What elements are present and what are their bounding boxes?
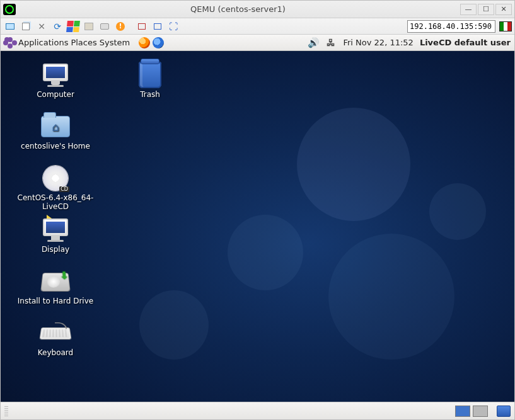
fullscreen-icon[interactable]: ⛶ <box>166 20 180 33</box>
home-folder-icon: ⌂ <box>40 113 71 140</box>
tools-icon[interactable]: ✕ <box>35 20 49 33</box>
menu-system[interactable]: System <box>100 38 130 47</box>
gnome-bottom-panel <box>1 402 514 419</box>
cd-icon <box>40 164 71 192</box>
distro-icon[interactable] <box>4 37 16 48</box>
menu-applications[interactable]: Applications <box>18 38 68 47</box>
qemu-toolbar: ✕ ⟳ ! ⛶ <box>1 18 514 35</box>
qemu-window: QEMU (centos-server1) — ☐ ✕ ✕ ⟳ ! ⛶ Appl… <box>0 0 515 420</box>
menu-places[interactable]: Places <box>71 38 96 47</box>
icon-label: centoslive's Home <box>21 142 90 151</box>
thunderbird-icon[interactable] <box>153 37 164 48</box>
keyboard-icon <box>40 319 71 347</box>
maximize-button[interactable]: ☐ <box>478 4 494 15</box>
desktop[interactable]: Computer Trash ⌂ centoslive's Home CentO… <box>1 51 514 402</box>
save-icon[interactable] <box>82 20 96 33</box>
icon-label: Computer <box>37 91 74 99</box>
display-icon <box>40 216 71 244</box>
trash-icon <box>135 61 165 89</box>
user-menu[interactable]: LiveCD default user <box>420 38 511 47</box>
panel-handle[interactable] <box>4 406 8 416</box>
desktop-icon-install[interactable]: ⬇ Install to Hard Drive <box>8 265 103 317</box>
desktop-icon-keyboard[interactable]: Keyboard <box>8 317 103 368</box>
minimize-button[interactable]: — <box>460 4 477 15</box>
window-controls: — ☐ ✕ <box>460 4 512 15</box>
install-hdd-icon: ⬇ <box>40 268 71 295</box>
icon-label: CentOS-6.4-x86_64-LiveCD <box>8 194 103 212</box>
workspace-1[interactable] <box>455 406 470 417</box>
desktop-icon-display[interactable]: Display <box>8 213 103 265</box>
wallpaper-decoration <box>228 215 303 290</box>
refresh-icon[interactable]: ⟳ <box>50 20 64 33</box>
workspace-2[interactable] <box>473 406 488 417</box>
address-input[interactable] <box>407 20 495 33</box>
gnome-top-panel: Applications Places System 🔊 🖧 Fri Nov 2… <box>1 35 514 51</box>
locale-flag-icon[interactable] <box>499 21 512 31</box>
desktop-icon-livecd[interactable]: CentOS-6.4-x86_64-LiveCD <box>8 162 103 213</box>
warning-icon[interactable]: ! <box>113 20 127 33</box>
window-title: QEMU (centos-server1) <box>20 4 456 14</box>
desktop-icon-trash[interactable]: Trash <box>103 59 197 110</box>
icon-label: Keyboard <box>38 349 73 358</box>
gnome-menu-right: 🔊 🖧 Fri Nov 22, 11:52 LiveCD default use… <box>308 37 511 48</box>
screen-swap-icon[interactable] <box>151 20 165 33</box>
titlebar: QEMU (centos-server1) — ☐ ✕ <box>1 1 514 18</box>
wallpaper-decoration <box>328 234 454 360</box>
icon-label: Install to Hard Drive <box>18 297 93 306</box>
icon-label: Trash <box>140 91 160 99</box>
wallpaper-decoration <box>429 183 486 240</box>
copy-icon[interactable] <box>19 20 33 33</box>
windows-icon[interactable] <box>66 20 80 33</box>
network-icon[interactable]: 🖧 <box>325 37 337 48</box>
icon-label: Display <box>42 246 69 254</box>
drive-icon[interactable] <box>98 20 112 33</box>
qemu-app-icon <box>3 4 16 15</box>
show-desktop-icon[interactable] <box>497 406 511 417</box>
clock[interactable]: Fri Nov 22, 11:52 <box>343 38 413 47</box>
wallpaper-decoration <box>297 108 410 221</box>
gnome-menu-left: Applications Places System <box>4 37 164 48</box>
close-button[interactable]: ✕ <box>495 4 512 15</box>
computer-icon <box>40 61 71 89</box>
desktop-icons: Computer Trash ⌂ centoslive's Home CentO… <box>8 59 197 368</box>
firefox-icon[interactable] <box>139 37 150 48</box>
desktop-icon-home[interactable]: ⌂ centoslive's Home <box>8 110 103 162</box>
screen-send-icon[interactable] <box>135 20 149 33</box>
monitor-icon[interactable] <box>3 20 17 33</box>
volume-icon[interactable]: 🔊 <box>308 37 319 48</box>
desktop-icon-computer[interactable]: Computer <box>8 59 103 110</box>
